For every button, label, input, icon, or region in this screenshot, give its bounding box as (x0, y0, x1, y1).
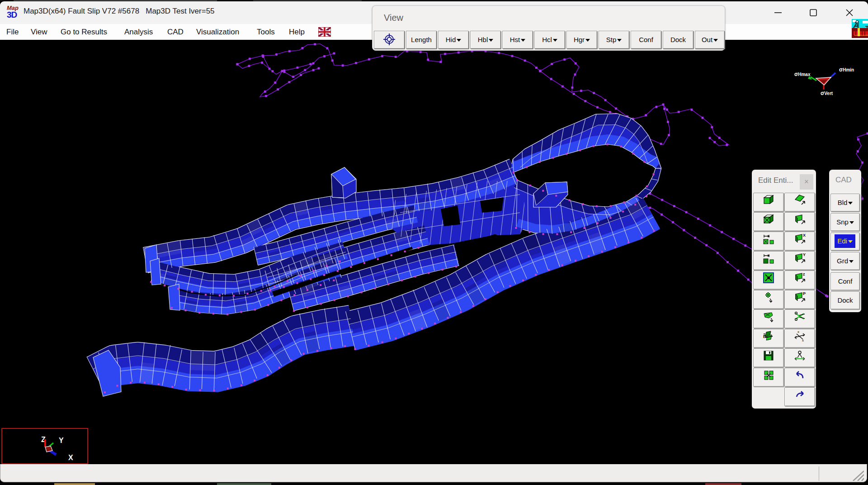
svg-text:σVert: σVert (821, 90, 833, 96)
svg-text:Y: Y (59, 437, 64, 444)
svg-text:σHmin: σHmin (839, 67, 854, 73)
svg-text:X: X (68, 454, 73, 461)
svg-text:B: B (763, 334, 766, 339)
svg-text:X: X (803, 233, 806, 238)
svg-text:P: P (803, 291, 806, 296)
svg-text:x: x (797, 330, 799, 334)
svg-text:x: x (802, 338, 804, 342)
svg-text:σHmax: σHmax (794, 71, 811, 77)
svg-text:z: z (803, 272, 805, 276)
svg-text:Y: Y (803, 252, 806, 257)
